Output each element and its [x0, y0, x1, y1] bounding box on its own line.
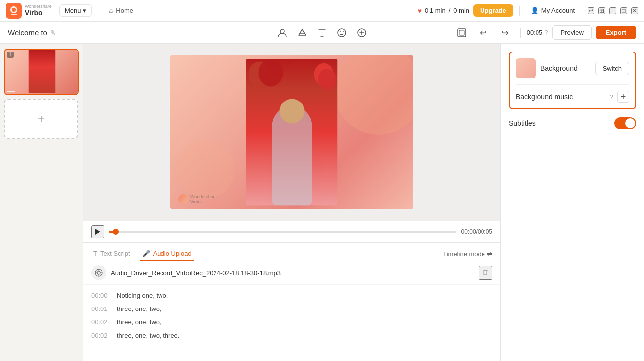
- svg-marker-14: [95, 229, 100, 235]
- logo-text: Wondershare Virbo: [25, 4, 52, 17]
- maximize-button[interactable]: □: [620, 7, 627, 14]
- divider2: [519, 6, 520, 16]
- tab-audio-upload[interactable]: 🎤 Audio Upload: [140, 247, 194, 261]
- timestamp-2: 00:02: [91, 318, 109, 326]
- timeline-mode-button[interactable]: Timeline mode ⇌: [443, 250, 492, 258]
- tab-text-script[interactable]: T Text Script: [91, 247, 132, 261]
- chevron-down-icon: ▾: [83, 7, 86, 14]
- center-area: Wondershare Virbo 00:00/00:05: [83, 44, 500, 361]
- home-icon: ⌂: [109, 7, 113, 14]
- background-section-highlighted: Background Switch Background music ? +: [509, 52, 636, 109]
- person-icon: 👤: [531, 7, 538, 14]
- panel-divider: [516, 84, 629, 85]
- timeline-mode-label: Timeline mode: [443, 250, 485, 258]
- main-layout: 1 +: [0, 44, 644, 361]
- progress-bar[interactable]: [109, 231, 456, 233]
- progress-thumb: [113, 229, 119, 235]
- frame-button[interactable]: [453, 24, 471, 42]
- script-area: T Text Script 🎤 Audio Upload Timeline mo…: [83, 242, 500, 361]
- close-button[interactable]: ✕: [631, 7, 638, 14]
- avatar-tool-button[interactable]: [273, 24, 291, 42]
- edit-icon[interactable]: ✎: [50, 29, 56, 37]
- play-button[interactable]: [91, 225, 104, 238]
- slide-thumbnail: [5, 50, 79, 94]
- home-label: Home: [116, 7, 133, 14]
- toolbar-divider: [520, 28, 521, 38]
- add-slide-button[interactable]: +: [4, 99, 78, 139]
- svg-point-16: [97, 271, 100, 274]
- audio-file-row: Audio_Driver_Record_VirboRec_2024-02-18 …: [83, 261, 500, 285]
- svg-point-7: [340, 31, 341, 32]
- music-section: Background music ? +: [516, 91, 629, 103]
- minimize-button[interactable]: —: [609, 7, 616, 14]
- svg-point-2: [12, 8, 16, 12]
- watermark-brand: Wondershare: [190, 194, 217, 199]
- undo-button[interactable]: ↩: [475, 24, 492, 42]
- audio-file-icon: [91, 265, 106, 280]
- time-info: ♥ 0.1 min / 0 min: [418, 7, 469, 15]
- slide-number: 1: [7, 52, 14, 58]
- slide-item[interactable]: 1: [4, 49, 79, 95]
- text-1: three, one, two,: [117, 305, 161, 312]
- music-help-icon[interactable]: ?: [610, 93, 613, 101]
- slide-panel: 1 +: [0, 44, 83, 361]
- logo-area: Wondershare Virbo: [6, 3, 52, 19]
- grid-button[interactable]: ⊞: [598, 7, 605, 14]
- watermark-product: Virbo: [190, 199, 217, 204]
- preview-button[interactable]: Preview: [552, 25, 592, 40]
- text-0: Noticing one, two,: [117, 292, 168, 299]
- menu-label: Menu: [65, 7, 81, 14]
- export-button[interactable]: Export: [596, 26, 636, 39]
- playback-time: 00:00/00:05: [461, 228, 492, 235]
- music-label: Background music: [516, 93, 606, 101]
- duration-display: 00:05 ?: [527, 29, 548, 36]
- delete-audio-button[interactable]: [479, 266, 492, 280]
- swap-icon: ⇌: [487, 250, 492, 258]
- audio-filename: Audio_Driver_Record_VirboRec_2024-02-18 …: [111, 269, 474, 277]
- subtitles-toggle[interactable]: [614, 117, 636, 129]
- help-icon[interactable]: ?: [544, 29, 548, 36]
- transcript-line: 00:00 Noticing one, two,: [91, 289, 492, 302]
- redo-button[interactable]: ↪: [496, 24, 514, 42]
- toggle-knob: [625, 118, 635, 128]
- canvas: Wondershare Virbo: [170, 55, 413, 209]
- text-tool-button[interactable]: [313, 24, 331, 42]
- time-separator: /: [449, 7, 451, 14]
- add-music-button[interactable]: +: [617, 91, 629, 103]
- project-title: Welcome to: [8, 28, 47, 37]
- text-2: three, one, two,: [117, 318, 161, 326]
- watermark-logo: [178, 194, 188, 204]
- upgrade-button[interactable]: Upgrade: [473, 4, 513, 17]
- canvas-wrapper: Wondershare Virbo: [83, 44, 500, 221]
- account-label: My Account: [541, 7, 575, 14]
- titlebar: Wondershare Virbo Menu ▾ ⌂ Home ♥ 0.1 mi…: [0, 0, 644, 22]
- svg-point-8: [343, 31, 344, 32]
- subtitles-section: Subtitles: [509, 117, 636, 129]
- plus-icon: +: [38, 112, 45, 126]
- toolbar-center-tools: [273, 24, 371, 42]
- script-tabs: T Text Script 🎤 Audio Upload Timeline mo…: [83, 243, 500, 261]
- style-tool-button[interactable]: [293, 24, 311, 42]
- switch-background-button[interactable]: Switch: [595, 62, 629, 75]
- window-controls: ↩ ⊞ — □ ✕: [588, 7, 638, 14]
- timestamp-0: 00:00: [91, 292, 109, 299]
- history-button[interactable]: ↩: [588, 7, 594, 14]
- watermark: Wondershare Virbo: [178, 194, 217, 204]
- time-used: 0.1 min: [425, 7, 446, 14]
- transcript-line: 00:02 three, one, two,: [91, 315, 492, 329]
- account-button[interactable]: 👤 My Account: [526, 5, 580, 16]
- text-script-icon: T: [93, 250, 97, 257]
- home-button[interactable]: ⌂ Home: [104, 5, 138, 16]
- time-total: 0 min: [453, 7, 469, 14]
- text-3: three, one, two, three.: [117, 332, 179, 339]
- add-element-button[interactable]: [353, 24, 371, 42]
- background-row: Background Switch: [516, 58, 629, 78]
- heart-icon: ♥: [418, 7, 422, 15]
- emoji-tool-button[interactable]: [333, 24, 351, 42]
- menu-button[interactable]: Menu ▾: [59, 4, 92, 17]
- product-name: Virbo: [25, 9, 52, 17]
- timestamp-1: 00:01: [91, 305, 109, 312]
- tab-audio-label: Audio Upload: [153, 250, 192, 257]
- timestamp-3: 00:02: [91, 332, 109, 339]
- subtitles-label: Subtitles: [509, 119, 610, 127]
